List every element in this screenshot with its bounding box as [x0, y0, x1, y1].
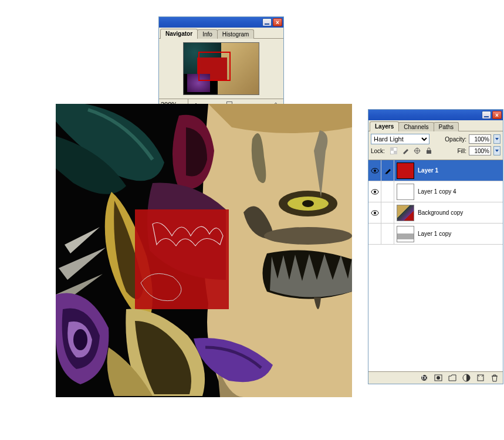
navigator-thumbnail[interactable] — [183, 42, 259, 95]
lock-all-icon[interactable] — [425, 147, 433, 155]
visibility-toggle[interactable] — [368, 160, 381, 181]
opacity-label: Opacity: — [445, 136, 466, 143]
tab-info[interactable]: Info — [197, 29, 218, 39]
svg-point-14 — [374, 191, 376, 193]
lock-pixels-icon[interactable] — [401, 147, 410, 155]
tab-channels[interactable]: Channels — [398, 122, 434, 131]
trash-button[interactable] — [490, 373, 499, 383]
navigator-panel: × Navigator Info Histogram 200% — [158, 16, 284, 110]
layer-name[interactable]: Layer 1 copy 4 — [417, 188, 503, 195]
layers-footer: fx — [368, 372, 503, 384]
lock-position-icon[interactable] — [413, 147, 421, 155]
svg-point-4 — [264, 227, 352, 245]
navigator-titlebar[interactable]: × — [159, 17, 283, 28]
svg-point-6 — [73, 329, 87, 350]
close-button[interactable]: × — [273, 18, 282, 26]
opacity-arrow[interactable] — [493, 134, 500, 144]
link-column[interactable] — [381, 202, 394, 223]
folder-button[interactable] — [448, 373, 457, 383]
svg-rect-9 — [394, 151, 397, 154]
layer-row[interactable]: Layer 1 copy 4 — [368, 181, 503, 202]
layer-name[interactable]: Background copy — [417, 209, 503, 216]
close-button[interactable]: × — [492, 111, 502, 119]
layer-thumbnail[interactable] — [397, 163, 414, 179]
navigator-viewbox[interactable] — [198, 52, 231, 81]
visibility-toggle[interactable] — [368, 202, 381, 223]
fill-arrow[interactable] — [493, 146, 500, 155]
link-column[interactable] — [381, 160, 394, 181]
layer-row[interactable]: Layer 1 copy — [368, 224, 503, 245]
layer-row[interactable]: Layer 1 — [368, 160, 503, 181]
lock-icons — [390, 147, 433, 155]
link-column[interactable] — [381, 181, 394, 202]
fill-label: Fill: — [457, 148, 466, 154]
layer-thumbnail[interactable] — [397, 184, 414, 200]
lock-transparency-icon[interactable] — [390, 147, 398, 155]
mask-button[interactable] — [434, 373, 443, 383]
layers-list: Layer 1 Layer 1 copy 4 Background copy L… — [368, 160, 503, 372]
artwork — [56, 104, 352, 397]
layers-panel: × Layers Channels Paths Hard Light Opaci… — [368, 109, 503, 384]
svg-point-12 — [374, 170, 376, 172]
layer-thumbnail[interactable] — [397, 205, 414, 221]
adjustment-button[interactable] — [462, 373, 471, 383]
layer-name[interactable]: Layer 1 — [417, 167, 503, 174]
tab-layers[interactable]: Layers — [370, 121, 399, 131]
lock-label: Lock: — [371, 148, 385, 154]
layer-row[interactable]: Background copy — [368, 202, 503, 224]
fill-value[interactable]: 100% — [469, 146, 491, 155]
blend-mode-select[interactable]: Hard Light — [371, 134, 429, 144]
tab-paths[interactable]: Paths — [434, 122, 459, 131]
tab-histogram[interactable]: Histogram — [217, 29, 255, 39]
svg-point-20 — [437, 376, 440, 380]
opacity-value[interactable]: 100% — [469, 134, 491, 144]
layers-titlebar[interactable]: × — [368, 110, 503, 120]
visibility-toggle[interactable] — [368, 181, 381, 202]
svg-rect-8 — [390, 147, 394, 151]
layer-thumbnail[interactable] — [397, 226, 414, 242]
svg-rect-10 — [427, 150, 431, 154]
link-column[interactable] — [381, 224, 394, 244]
layers-options: Hard Light Opacity: 100% Lock: Fill: 100… — [368, 131, 503, 160]
layers-tabs: Layers Channels Paths — [368, 120, 503, 131]
svg-point-16 — [374, 212, 376, 214]
svg-point-3 — [302, 200, 314, 207]
navigator-body — [159, 38, 283, 99]
svg-text:fx: fx — [422, 374, 427, 381]
minimize-button[interactable] — [262, 18, 272, 26]
navigator-tabs: Navigator Info Histogram — [159, 28, 283, 38]
fx-button[interactable]: fx — [420, 373, 429, 383]
canvas-image[interactable] — [56, 104, 352, 397]
layer-name[interactable]: Layer 1 copy — [417, 231, 503, 237]
minimize-button[interactable] — [482, 111, 491, 119]
new-layer-button[interactable] — [476, 373, 485, 383]
tab-navigator[interactable]: Navigator — [160, 29, 198, 39]
visibility-toggle[interactable] — [368, 224, 381, 244]
